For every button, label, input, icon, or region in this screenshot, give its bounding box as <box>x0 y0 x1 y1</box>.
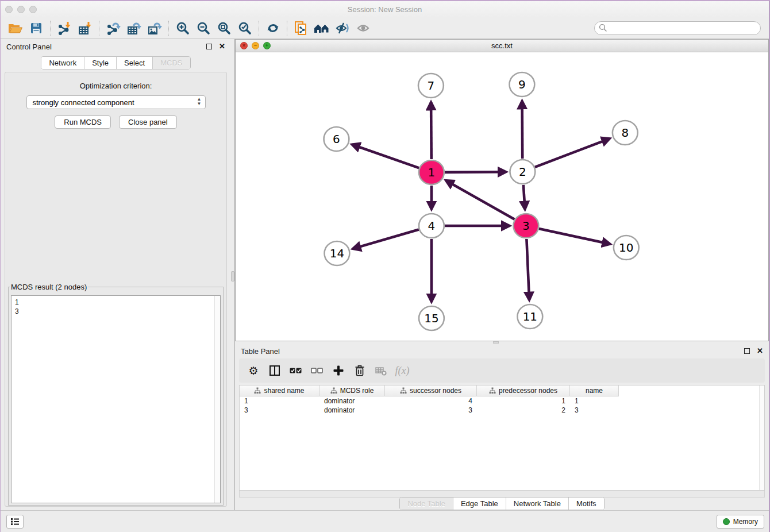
table-cell[interactable]: 4 <box>385 396 477 406</box>
tab-mcds[interactable]: MCDS <box>153 57 190 69</box>
app-titlebar: Session: New Session <box>1 1 769 17</box>
zoom-in-button[interactable] <box>172 19 193 37</box>
table-cell[interactable]: 3 <box>240 406 319 415</box>
zoom-selected-button[interactable] <box>234 19 255 37</box>
close-panel-icon[interactable]: ✕ <box>219 44 225 49</box>
graph-edge-3-11[interactable] <box>526 239 529 300</box>
memory-status-icon <box>723 518 730 525</box>
tab-style[interactable]: Style <box>84 57 117 69</box>
deselect-all-button[interactable] <box>309 362 326 379</box>
graph-edge-2-8[interactable] <box>535 138 610 167</box>
tab-select[interactable]: Select <box>117 57 153 69</box>
network-window-titlebar[interactable]: × − + scc.txt <box>236 40 768 52</box>
search-field[interactable] <box>594 21 761 35</box>
tab-edge-table[interactable]: Edge Table <box>453 498 506 510</box>
gear-icon: ⚙ <box>248 364 258 377</box>
criterion-select[interactable]: strongly connected component ▲▼ <box>26 95 206 109</box>
select-all-button[interactable] <box>287 362 305 379</box>
close-panel-icon[interactable]: ✕ <box>757 348 763 354</box>
table-cell[interactable]: 1 <box>570 396 619 406</box>
refresh-icon <box>266 21 280 35</box>
show-all-button[interactable] <box>353 19 374 37</box>
column-header-successor-nodes[interactable]: successor nodes <box>385 385 477 396</box>
graph-edge-2-9[interactable] <box>522 101 523 159</box>
graph-node-label: 3 <box>522 219 530 233</box>
zoom-out-button[interactable] <box>193 19 214 37</box>
show-columns-button[interactable] <box>266 362 283 379</box>
import-network-button[interactable] <box>54 19 75 37</box>
zoom-selected-icon <box>238 21 252 35</box>
graph-edge-2-3[interactable] <box>523 185 525 209</box>
float-panel-icon[interactable] <box>744 348 750 354</box>
table-toolbar: ⚙ <box>239 358 765 383</box>
graph-edge-4-14[interactable] <box>353 229 419 248</box>
graph-edge-3-1[interactable] <box>446 180 514 219</box>
table-cell[interactable]: dominator <box>319 396 385 406</box>
toolbar-separator <box>287 21 287 36</box>
import-table-button[interactable] <box>75 19 95 37</box>
save-session-button[interactable] <box>26 19 47 37</box>
import-table-icon <box>78 21 93 35</box>
tab-network-table[interactable]: Network Table <box>506 498 569 510</box>
first-neighbors-button[interactable] <box>311 19 332 37</box>
tab-node-table[interactable]: Node Table <box>400 498 453 510</box>
table-cell[interactable]: 1 <box>477 396 570 406</box>
column-header-shared-name[interactable]: shared name <box>240 385 319 396</box>
toolbar-separator <box>50 21 51 36</box>
shared-column-icon <box>400 387 407 394</box>
export-table-button[interactable] <box>124 19 144 37</box>
graph-edge-1-6[interactable] <box>352 145 419 168</box>
result-scrollbar[interactable] <box>214 296 220 503</box>
graph-node-label: 1 <box>428 165 436 179</box>
vertical-splitter[interactable] <box>231 39 235 510</box>
table-cell[interactable]: 3 <box>385 406 477 415</box>
export-image-button[interactable] <box>144 19 165 37</box>
add-column-button[interactable] <box>330 362 347 379</box>
table-cell[interactable]: 2 <box>477 406 570 415</box>
search-input[interactable] <box>610 24 760 32</box>
run-mcds-button[interactable]: Run MCDS <box>55 115 111 129</box>
select-stepper-icon: ▲▼ <box>197 97 202 106</box>
zoom-fit-button[interactable] <box>214 19 234 37</box>
tab-motifs[interactable]: Motifs <box>569 498 604 510</box>
table-cell[interactable]: dominator <box>319 406 385 415</box>
refresh-layout-button[interactable] <box>263 19 283 37</box>
mcds-result-title: MCDS result (2 nodes) <box>10 283 88 291</box>
column-header-predecessor-nodes[interactable]: predecessor nodes <box>477 385 570 396</box>
control-panel-title: Control Panel <box>6 43 52 51</box>
close-panel-button[interactable]: Close panel <box>119 115 177 129</box>
table-row[interactable]: 1dominator411 <box>240 396 764 406</box>
memory-button[interactable]: Memory <box>717 515 764 529</box>
open-file-button[interactable] <box>5 19 26 37</box>
select-all-icon <box>290 367 302 375</box>
houses-icon <box>314 22 330 34</box>
shared-column-icon <box>330 387 337 394</box>
network-canvas[interactable]: 7968124314101511 <box>236 52 768 341</box>
graph-edge-3-10[interactable] <box>539 229 610 244</box>
table-cell[interactable]: 3 <box>570 406 619 415</box>
tab-network[interactable]: Network <box>41 57 84 69</box>
splitter-grip[interactable] <box>231 271 234 282</box>
column-header-MCDS-role[interactable]: MCDS role <box>319 385 385 396</box>
graph-edge-1-2[interactable] <box>445 172 506 172</box>
network-file-icon <box>294 21 309 36</box>
fx-icon: f(x) <box>395 365 410 377</box>
delete-column-button[interactable] <box>351 362 368 379</box>
hide-selected-button[interactable] <box>332 19 353 37</box>
network-from-file-button[interactable] <box>291 19 311 37</box>
graph-node-label: 14 <box>330 246 344 260</box>
float-panel-icon[interactable] <box>206 44 212 49</box>
column-header-name[interactable]: name <box>570 385 619 396</box>
task-history-button[interactable] <box>6 515 24 529</box>
table-settings-button[interactable]: ⚙ <box>245 362 262 379</box>
graph-node-label: 15 <box>424 311 438 325</box>
mcds-result-textarea[interactable]: 1 3 <box>11 295 221 503</box>
graph-edge-1-7[interactable] <box>431 102 432 159</box>
table-cell[interactable]: 1 <box>240 396 319 406</box>
export-network-button[interactable] <box>103 19 124 37</box>
node-table[interactable]: shared nameMCDS rolesuccessor nodesprede… <box>239 385 765 491</box>
table-row[interactable]: 3dominator323 <box>240 406 764 415</box>
result-line: 1 <box>15 298 217 307</box>
table-scrollbar[interactable] <box>759 385 764 490</box>
graph-node-label: 11 <box>523 310 537 323</box>
